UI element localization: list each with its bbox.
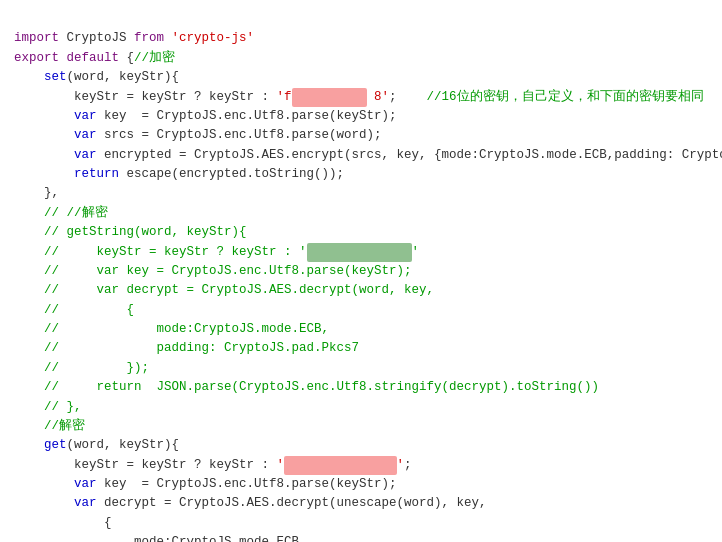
code-editor: import CryptoJS from 'crypto-js' export … (14, 10, 708, 542)
